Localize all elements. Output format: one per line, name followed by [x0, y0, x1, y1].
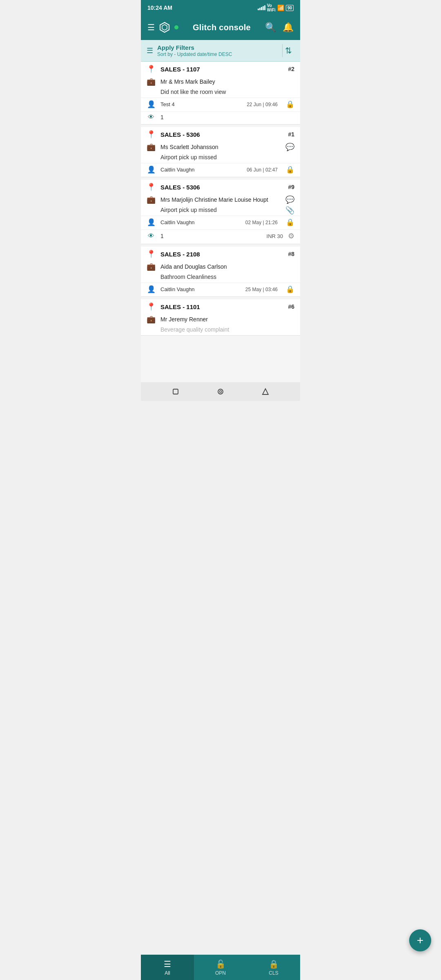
card-guest: Mr Jeremy Renner — [160, 316, 294, 323]
person-icon: 👤 — [147, 218, 156, 227]
card-issue-row: Airport pick up missed 📎 — [141, 205, 300, 216]
back-button[interactable] — [171, 387, 180, 396]
location-icon: 📍 — [147, 302, 156, 311]
card-date: 25 May | 03:46 — [245, 287, 278, 292]
card-agent-row: 👤 Caitlin Vaughn 06 Jun | 02:47 🔒 — [141, 163, 300, 177]
card-guest-row: 💼 Ms Scarlett Johansson 💬 — [141, 142, 300, 152]
card-dept-row: 📍 SALES - 2108 #8 — [141, 247, 300, 261]
battery-icon: 90 — [286, 5, 294, 11]
card-guest: Mr & Mrs Mark Bailey — [160, 78, 294, 85]
location-icon: 📍 — [147, 130, 156, 139]
card-guest-row: 💼 Mr Jeremy Renner — [141, 314, 300, 325]
card-issue: Airport pick up missed — [141, 152, 300, 163]
briefcase-icon: 💼 — [147, 195, 156, 204]
filter-bar: ☰ Apply Filters Sort by - Updated date/t… — [141, 40, 300, 62]
card-dept-row: 📍 SALES - 5306 #9 — [141, 180, 300, 194]
card-guest-row: 💼 Mr & Mrs Mark Bailey — [141, 76, 300, 87]
location-icon: 📍 — [147, 249, 156, 258]
card-issue: Beverage quality complaint — [141, 325, 300, 335]
card-date: 02 May | 21:26 — [245, 220, 278, 225]
lock-icon: 🔒 — [286, 165, 294, 174]
filter-icon[interactable]: ☰ — [147, 46, 153, 55]
card-issue: Bathroom Cleanliness — [141, 272, 300, 283]
online-status-dot — [174, 25, 178, 29]
comment-icon: 💬 — [285, 143, 294, 151]
wifi-icon: 📶 — [277, 4, 284, 11]
card-date: 06 Jun | 02:47 — [247, 167, 278, 173]
card-issue: Airport pick up missed — [141, 205, 285, 216]
signal-bar-5 — [264, 5, 265, 10]
list-item[interactable]: 📍 SALES - 2108 #8 💼 Aida and Douglas Car… — [141, 247, 300, 297]
lock-icon: 🔒 — [286, 218, 294, 227]
card-badge: #1 — [288, 131, 294, 138]
header-right: 🔍 🔔 — [265, 22, 294, 33]
svg-marker-1 — [162, 24, 167, 30]
signal-bars — [258, 5, 265, 10]
card-agent: Caitlin Vaughn — [160, 286, 241, 292]
hex-icon — [159, 22, 170, 33]
card-guest: Aida and Douglas Carlson — [160, 263, 294, 270]
back-icon — [172, 388, 179, 395]
signal-bar-1 — [258, 9, 259, 10]
gear-icon: ⚙ — [288, 232, 294, 241]
vo-wifi-text: VoWiFi — [267, 3, 276, 12]
card-dept: SALES - 1107 — [160, 66, 283, 73]
hamburger-icon[interactable]: ☰ — [147, 22, 155, 32]
home-icon — [217, 388, 224, 395]
status-bar: 10:24 AM VoWiFi 📶 90 — [141, 0, 300, 15]
lock-icon: 🔒 — [286, 100, 294, 109]
card-agent: Caitlin Vaughn — [160, 219, 241, 225]
card-dept: SALES - 5306 — [160, 184, 283, 191]
card-agent-row: 👤 Caitlin Vaughn 02 May | 21:26 🔒 — [141, 216, 300, 229]
recents-icon — [262, 388, 269, 395]
card-dept: SALES - 5306 — [160, 131, 283, 138]
card-view-count: 1 — [160, 233, 262, 239]
page-title: Glitch console — [178, 23, 265, 32]
attachment-icon: 📎 — [285, 206, 300, 215]
card-issue: Did not like the room view — [141, 87, 300, 98]
card-guest: Mrs Marjolijn Christine Marie Louise Hou… — [160, 196, 281, 203]
filter-subtitle: Sort by - Updated date/time DESC — [157, 51, 232, 57]
card-inr: INR 30 — [267, 233, 283, 239]
card-view-count: 1 — [160, 114, 294, 120]
svg-rect-2 — [173, 389, 178, 394]
header-left: ☰ — [147, 22, 178, 33]
briefcase-icon: 💼 — [147, 143, 156, 151]
card-dept-row: 📍 SALES - 1101 #6 — [141, 299, 300, 314]
card-guest-row: 💼 Aida and Douglas Carlson — [141, 261, 300, 272]
lock-icon: 🔒 — [286, 285, 294, 294]
list-item[interactable]: 📍 SALES - 5306 #1 💼 Ms Scarlett Johansso… — [141, 127, 300, 177]
card-guest-row: 💼 Mrs Marjolijn Christine Marie Louise H… — [141, 194, 300, 205]
location-icon: 📍 — [147, 183, 156, 192]
list-item[interactable]: 📍 SALES - 5306 #9 💼 Mrs Marjolijn Christ… — [141, 180, 300, 244]
app-header: ☰ Glitch console 🔍 🔔 — [141, 15, 300, 40]
home-button[interactable] — [216, 387, 225, 396]
card-dept-row: 📍 SALES - 5306 #1 — [141, 127, 300, 142]
card-dept-row: 📍 SALES - 1107 #2 — [141, 62, 300, 76]
card-agent: Caitlin Vaughn — [160, 167, 242, 173]
status-icons: VoWiFi 📶 90 — [258, 3, 294, 12]
card-agent: Test 4 — [160, 101, 242, 107]
person-icon: 👤 — [147, 285, 156, 294]
card-badge: #8 — [288, 251, 294, 257]
search-icon[interactable]: 🔍 — [265, 22, 276, 33]
list-item[interactable]: 📍 SALES - 1101 #6 💼 Mr Jeremy Renner Bev… — [141, 299, 300, 336]
content: 📍 SALES - 1107 #2 💼 Mr & Mrs Mark Bailey… — [141, 62, 300, 382]
card-badge: #6 — [288, 303, 294, 310]
card-badge: #9 — [288, 184, 294, 190]
comment-icon: 💬 — [285, 195, 294, 204]
briefcase-icon: 💼 — [147, 315, 156, 324]
svg-marker-0 — [160, 22, 169, 32]
filter-title[interactable]: Apply Filters — [157, 44, 232, 51]
filter-text-block: Apply Filters Sort by - Updated date/tim… — [157, 44, 232, 57]
sort-icon[interactable]: ⇅ — [282, 44, 294, 57]
eye-icon: 👁 — [147, 114, 156, 121]
briefcase-icon: 💼 — [147, 262, 156, 271]
recents-button[interactable] — [261, 387, 270, 396]
notification-icon[interactable]: 🔔 — [283, 22, 294, 33]
card-guest: Ms Scarlett Johansson — [160, 144, 281, 150]
card-view-row: 👁 1 — [141, 111, 300, 124]
list-item[interactable]: 📍 SALES - 1107 #2 💼 Mr & Mrs Mark Bailey… — [141, 62, 300, 125]
svg-marker-5 — [263, 389, 268, 394]
card-view-row: 👁 1 INR 30 ⚙ — [141, 229, 300, 244]
